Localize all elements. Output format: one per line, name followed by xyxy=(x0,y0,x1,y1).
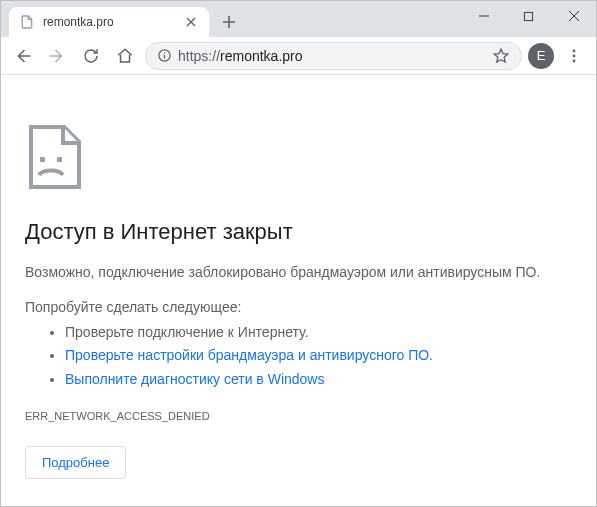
svg-rect-0 xyxy=(524,12,532,20)
suggestion-link[interactable]: Выполните диагностику сети в Windows xyxy=(65,371,324,387)
new-tab-button[interactable] xyxy=(215,8,243,36)
titlebar: remontka.pro xyxy=(1,1,596,37)
svg-point-2 xyxy=(163,52,165,54)
suggestion-item: Проверьте настройки брандмауэра и антиви… xyxy=(65,344,572,368)
svg-point-5 xyxy=(573,59,576,62)
forward-button[interactable] xyxy=(43,42,71,70)
details-button[interactable]: Подробнее xyxy=(25,446,126,479)
window-minimize-button[interactable] xyxy=(461,1,506,31)
browser-tab[interactable]: remontka.pro xyxy=(9,7,209,37)
home-button[interactable] xyxy=(111,42,139,70)
tab-favicon-icon xyxy=(19,14,35,30)
back-button[interactable] xyxy=(9,42,37,70)
error-message: Возможно, подключение заблокировано бран… xyxy=(25,263,572,283)
svg-rect-6 xyxy=(40,157,45,162)
address-bar[interactable]: https://remontka.pro xyxy=(145,42,522,70)
bookmark-icon[interactable] xyxy=(491,46,511,66)
url-host: remontka.pro xyxy=(220,48,302,64)
tab-title: remontka.pro xyxy=(43,15,183,29)
try-label: Попробуйте сделать следующее: xyxy=(25,299,572,315)
suggestion-item: Проверьте подключение к Интернету. xyxy=(65,321,572,345)
tab-close-icon[interactable] xyxy=(183,14,199,30)
avatar-initial: E xyxy=(537,48,546,63)
error-page: Доступ в Интернет закрыт Возможно, подкл… xyxy=(1,75,596,499)
svg-point-3 xyxy=(573,49,576,52)
window-maximize-button[interactable] xyxy=(506,1,551,31)
svg-rect-7 xyxy=(57,157,62,162)
reload-button[interactable] xyxy=(77,42,105,70)
profile-avatar[interactable]: E xyxy=(528,43,554,69)
error-heading: Доступ в Интернет закрыт xyxy=(25,219,572,245)
suggestion-link[interactable]: Проверьте настройки брандмауэра и антиви… xyxy=(65,347,433,363)
toolbar: https://remontka.pro E xyxy=(1,37,596,75)
window-close-button[interactable] xyxy=(551,1,596,31)
url-scheme: https:// xyxy=(178,48,220,64)
svg-point-4 xyxy=(573,54,576,57)
site-info-icon[interactable] xyxy=(156,48,172,64)
suggestion-item: Выполните диагностику сети в Windows xyxy=(65,368,572,392)
error-code: ERR_NETWORK_ACCESS_DENIED xyxy=(25,410,572,422)
browser-menu-button[interactable] xyxy=(560,42,588,70)
window-controls xyxy=(461,1,596,31)
suggestions-list: Проверьте подключение к Интернету.Провер… xyxy=(25,321,572,392)
sad-file-icon xyxy=(25,125,572,189)
url-text: https://remontka.pro xyxy=(178,48,303,64)
